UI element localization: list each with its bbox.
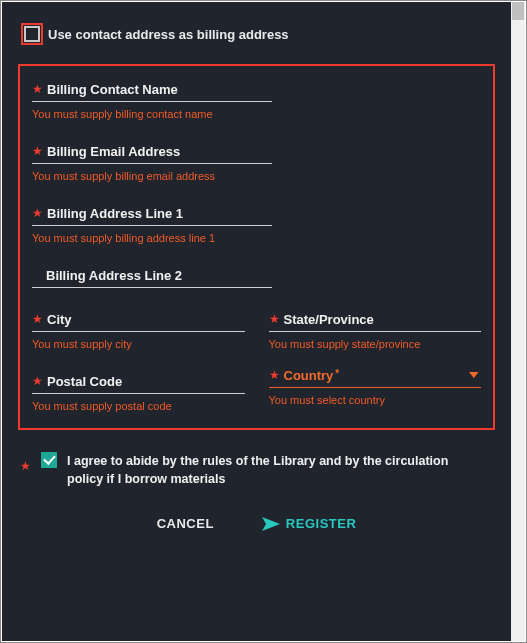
required-star-icon: ★ [32,375,43,387]
state-field[interactable]: ★ State/Province You must supply state/p… [269,312,482,350]
form-actions: CANCEL REGISTER [18,516,495,531]
billing-addr2-label: Billing Address Line 2 [32,268,272,283]
state-error: You must supply state/province [269,338,482,350]
billing-addr1-label: Billing Address Line 1 [47,206,272,221]
window-frame: Use contact address as billing address ★… [0,0,527,643]
agree-terms-checkbox[interactable] [41,452,57,468]
city-error: You must supply city [32,338,245,350]
billing-email-error: You must supply billing email address [32,170,272,182]
use-contact-address-label: Use contact address as billing address [48,27,289,42]
agree-terms-row: ★ I agree to abide by the rules of the L… [20,452,495,488]
country-field[interactable]: ★ Country* ▾ You must select country [269,368,482,412]
required-star-icon: ★ [269,313,280,325]
register-button-label: REGISTER [286,516,356,531]
postal-label: Postal Code [47,374,245,389]
required-star-icon: ★ [269,369,280,381]
required-star-icon: ★ [32,145,43,157]
required-star-icon: ★ [32,313,43,325]
chevron-down-icon[interactable]: ▾ [469,367,479,381]
required-star-icon: ★ [32,83,43,95]
use-contact-address-row: Use contact address as billing address [24,26,495,42]
register-button[interactable]: REGISTER [262,516,356,531]
country-label: Country* [284,368,340,383]
cancel-button-label: CANCEL [157,516,214,531]
billing-email-label: Billing Email Address [47,144,272,159]
billing-contact-name-field[interactable]: ★ Billing Contact Name You must supply b… [32,82,272,120]
use-contact-address-checkbox[interactable] [24,26,40,42]
required-star-icon: ★ [20,460,31,472]
billing-addr1-error: You must supply billing address line 1 [32,232,272,244]
postal-error: You must supply postal code [32,400,245,412]
required-star-icon: ★ [32,207,43,219]
billing-form-panel: Use contact address as billing address ★… [2,2,511,641]
cancel-button[interactable]: CANCEL [157,516,214,531]
agree-terms-label: I agree to abide by the rules of the Lib… [67,452,485,488]
billing-fields-group: ★ Billing Contact Name You must supply b… [18,64,495,430]
billing-contact-name-label: Billing Contact Name [47,82,272,97]
country-error: You must select country [269,394,482,406]
billing-addr2-field[interactable]: Billing Address Line 2 [32,268,272,288]
city-label: City [47,312,245,327]
scrollbar-thumb[interactable] [512,2,524,20]
postal-field[interactable]: ★ Postal Code You must supply postal cod… [32,374,245,412]
scrollbar-track[interactable] [511,2,525,641]
billing-addr1-field[interactable]: ★ Billing Address Line 1 You must supply… [32,206,272,244]
svg-marker-0 [262,517,280,531]
send-icon [262,517,280,531]
billing-email-field[interactable]: ★ Billing Email Address You must supply … [32,144,272,182]
billing-contact-name-error: You must supply billing contact name [32,108,272,120]
city-field[interactable]: ★ City You must supply city [32,312,245,350]
state-label: State/Province [284,312,482,327]
